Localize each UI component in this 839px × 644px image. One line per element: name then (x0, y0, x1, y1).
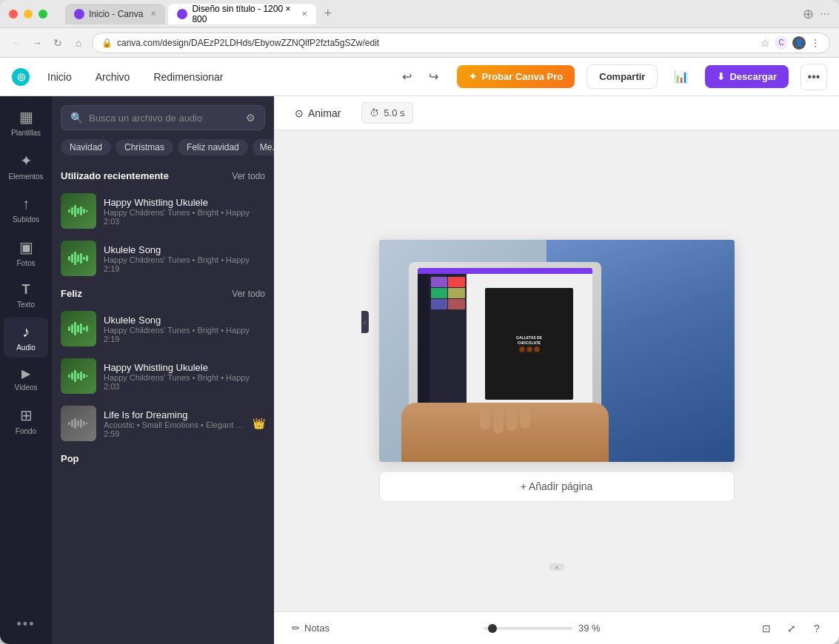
svg-rect-30 (74, 418, 76, 429)
track-info: Life Is for Dreaming Acoustic • Small Em… (104, 409, 245, 438)
new-tab-btn[interactable]: + (319, 6, 336, 21)
help-icon: ? (814, 623, 820, 634)
filter-icon[interactable]: ⚙ (246, 112, 255, 124)
notes-btn[interactable]: ✏ Notas (286, 620, 335, 637)
more-options-btn[interactable]: ••• (800, 64, 827, 90)
svg-rect-20 (86, 326, 88, 332)
track-name: Ukulele Song (104, 244, 265, 255)
tab1-label: Inicio - Canva (89, 9, 143, 19)
forward-btn[interactable]: → (30, 36, 44, 50)
sidebar-item-label: Fotos (16, 259, 35, 267)
feliz-see-all[interactable]: Ver todo (232, 289, 265, 299)
sidebar-item-label: Audio (16, 343, 36, 352)
tab2-label: Diseño sin título - 1200 × 800 (192, 4, 294, 24)
maximize-btn[interactable] (39, 10, 47, 19)
track-meta-text: Acoustic • Small Emotions • Elegant • ..… (104, 420, 245, 429)
animar-btn[interactable]: ⊙ Animar (286, 103, 350, 124)
sidebar-more-btn[interactable]: ••• (11, 611, 41, 638)
track-item[interactable]: Ukulele Song Happy Childrens' Tunes • Br… (52, 235, 274, 282)
zoom-slider[interactable] (484, 627, 572, 630)
track-item[interactable]: Ukulele Song Happy Childrens' Tunes • Br… (52, 305, 274, 352)
sidebar-item-fotos[interactable]: ▣ Fotos (4, 232, 48, 273)
sidebar-item-plantillas[interactable]: ▦ Plantillas (4, 102, 48, 143)
sidebar-item-fondo[interactable]: ⊞ Fondo (4, 400, 48, 441)
sidebar-item-subidos[interactable]: ↑ Subidos (4, 189, 48, 229)
svg-rect-13 (86, 255, 88, 261)
svg-rect-28 (68, 422, 70, 425)
undo-btn[interactable]: ↩ (395, 65, 418, 89)
svg-rect-22 (71, 372, 73, 380)
tab1-close[interactable]: ✕ (150, 10, 156, 18)
canva-icon: ◎ (12, 68, 30, 86)
galletas-design: GALLETAS DECHOCOLATE (485, 288, 573, 400)
subidos-icon: ↑ (22, 195, 30, 212)
scroll-indicator[interactable]: ∧ (549, 563, 564, 571)
sidebar-item-audio[interactable]: ♪ Audio (4, 318, 48, 358)
tab2-close[interactable]: ✕ (301, 10, 307, 18)
download-btn[interactable]: ⬇ Descargar (705, 65, 789, 88)
pop-section-header: Pop (52, 447, 274, 470)
bookmark-icon[interactable]: ☆ (761, 37, 770, 49)
add-page-btn[interactable]: + Añadir página (379, 471, 735, 502)
pro-btn[interactable]: ✦ Probar Canva Pro (457, 65, 575, 88)
tag-navidad[interactable]: Navidad (61, 139, 111, 155)
tag-more[interactable]: Me... (253, 139, 274, 155)
back-btn[interactable]: ← (9, 36, 24, 50)
svg-rect-12 (83, 257, 85, 260)
canva-logo[interactable]: ◎ (12, 68, 30, 86)
archivo-link[interactable]: Archivo (90, 68, 136, 86)
tab-canva-home[interactable]: Inicio - Canva ✕ (65, 4, 165, 24)
help-btn[interactable]: ? (806, 618, 827, 639)
recent-see-all[interactable]: Ver todo (232, 171, 265, 181)
svg-rect-14 (68, 326, 70, 331)
sidebar-item-texto[interactable]: T Texto (4, 276, 48, 315)
fullscreen-btn[interactable]: ⤢ (781, 618, 802, 639)
track-item[interactable]: Life Is for Dreaming Acoustic • Small Em… (52, 400, 274, 447)
analytics-btn[interactable]: 📊 (669, 65, 693, 89)
tab-canva-design[interactable]: Diseño sin título - 1200 × 800 ✕ (168, 4, 316, 24)
redo-btn[interactable]: ↪ (421, 65, 445, 89)
profile-icon[interactable]: 👤 (792, 36, 806, 50)
track-meta-text: Happy Childrens' Tunes • Bright • Happy (104, 326, 250, 335)
settings-icon[interactable]: ⋯ (820, 8, 830, 20)
panel-collapse-handle[interactable]: ‹ (361, 311, 369, 333)
recent-section-title: Utilizado recientemente (61, 170, 169, 181)
zoom-slider-thumb[interactable] (488, 624, 497, 633)
svg-rect-9 (74, 252, 76, 265)
browser-bar: ← → ↻ ⌂ 🔒 canva.com/design/DAEzP2LDHds/E… (0, 28, 839, 58)
sidebar-item-label: Elementos (8, 172, 43, 181)
track-item[interactable]: Happy Whistling Ukulele Happy Childrens'… (52, 187, 274, 235)
search-input[interactable] (89, 113, 240, 124)
screen-sidebar (418, 274, 429, 414)
sidebar-item-elementos[interactable]: ✦ Elementos (4, 146, 48, 187)
track-item[interactable]: Happy Whistling Ukulele Happy Childrens'… (52, 352, 274, 400)
svg-rect-1 (71, 207, 73, 215)
search-box[interactable]: 🔍 ⚙ (61, 105, 265, 130)
tag-feliz-navidad[interactable]: Feliz navidad (178, 139, 248, 155)
audio-search-area: 🔍 ⚙ (52, 96, 274, 139)
page-container[interactable]: ⧉ + 💬 (379, 240, 735, 462)
fullscreen-icon: ⤢ (787, 623, 796, 634)
clock-icon: ⏱ (370, 107, 379, 118)
track-meta-text: Happy Childrens' Tunes • Bright • Happy (104, 208, 250, 217)
home-btn[interactable]: ⌂ (71, 36, 86, 50)
refresh-btn[interactable]: ↻ (50, 36, 65, 50)
redimensionar-link[interactable]: Redimensionar (147, 68, 229, 86)
canva-ext-icon[interactable]: C (775, 36, 788, 50)
track-info: Ukulele Song Happy Childrens' Tunes • Br… (104, 315, 265, 343)
main-layout: ▦ Plantillas ✦ Elementos ↑ Subidos ▣ Fot… (0, 96, 839, 644)
time-display: ⏱ 5.0 s (361, 102, 412, 124)
address-bar[interactable]: 🔒 canva.com/design/DAEzP2LDHds/EbyowZZNQ… (92, 33, 830, 53)
page-counter-btn[interactable]: ⊡ (756, 618, 777, 639)
track-meta: Happy Childrens' Tunes • Bright • Happy (104, 208, 265, 217)
menu-icon[interactable]: ⋮ (810, 37, 820, 49)
finger (480, 407, 490, 429)
share-btn[interactable]: Compartir (586, 64, 658, 89)
minimize-btn[interactable] (24, 10, 33, 19)
close-btn[interactable] (9, 10, 18, 19)
bottom-right-btns: ⊡ ⤢ ? (756, 618, 827, 639)
tag-christmas[interactable]: Christmas (116, 139, 173, 155)
sidebar-item-videos[interactable]: ▶ Vídeos (4, 360, 48, 398)
inicio-link[interactable]: Inicio (41, 68, 78, 86)
svg-rect-17 (77, 325, 79, 332)
